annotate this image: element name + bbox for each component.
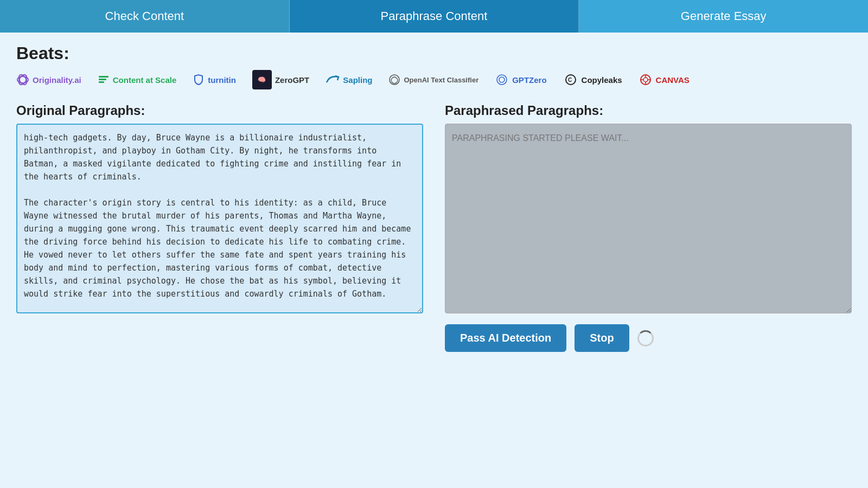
- turnitin-icon: [193, 74, 205, 86]
- canvas-icon: [639, 74, 653, 86]
- nav-check-content[interactable]: Check Content: [0, 0, 290, 33]
- nav-generate-essay[interactable]: Generate Essay: [579, 0, 868, 33]
- paraphrased-area: PARAPHRASING STARTED PLEASE WAIT...: [445, 124, 852, 313]
- columns-layout: Original Paragraphs: high-tech gadgets. …: [16, 103, 852, 352]
- svg-text:C: C: [568, 77, 572, 83]
- paraphrased-column: Paraphrased Paragraphs: PARAPHRASING STA…: [445, 103, 852, 352]
- copyleaks-icon: C: [563, 74, 578, 86]
- svg-point-7: [497, 75, 507, 85]
- gptzero-label: GPTZero: [512, 75, 546, 85]
- sapling-label: Sapling: [343, 75, 372, 85]
- logo-openai[interactable]: OpenAI Text Classifier: [388, 74, 478, 86]
- openai-label: OpenAI Text Classifier: [404, 76, 478, 84]
- svg-rect-5: [99, 81, 104, 83]
- loading-spinner: [637, 330, 654, 346]
- openai-icon: [388, 74, 400, 86]
- logos-row: Originality.ai Content at Scale turnitin: [16, 70, 852, 89]
- logo-canvas[interactable]: CANVAS: [639, 74, 690, 86]
- beats-section: Beats: Originality.ai Content at S: [16, 43, 852, 89]
- turnitin-label: turnitin: [208, 75, 236, 85]
- paraphrased-paragraphs-label: Paraphrased Paragraphs:: [445, 103, 852, 118]
- sapling-icon: [326, 74, 340, 86]
- original-paragraphs-label: Original Paragraphs:: [16, 103, 423, 118]
- top-navigation: Check Content Paraphrase Content Generat…: [0, 0, 868, 33]
- logo-gptzero[interactable]: GPTZero: [495, 74, 546, 86]
- cas-label: Content at Scale: [113, 75, 177, 85]
- canvas-label: CANVAS: [656, 75, 690, 85]
- cas-icon: [98, 74, 110, 86]
- logo-zerogpt[interactable]: 🧠 ZeroGPT: [252, 70, 309, 89]
- copyleaks-label: Copyleaks: [582, 75, 622, 85]
- originality-icon: [16, 73, 29, 86]
- main-content: Beats: Originality.ai Content at S: [0, 33, 868, 363]
- gptzero-icon: [495, 74, 509, 86]
- zerogpt-label: ZeroGPT: [275, 75, 309, 85]
- logo-originality[interactable]: Originality.ai: [16, 73, 81, 86]
- logo-copyleaks[interactable]: C Copyleaks: [563, 74, 622, 86]
- svg-rect-4: [99, 79, 106, 80]
- logo-sapling[interactable]: Sapling: [326, 74, 372, 86]
- original-column: Original Paragraphs: high-tech gadgets. …: [16, 103, 423, 352]
- svg-rect-3: [99, 76, 108, 78]
- buttons-row: Pass AI Detection Stop: [445, 324, 852, 352]
- svg-point-2: [17, 73, 28, 86]
- stop-button[interactable]: Stop: [575, 324, 629, 352]
- beats-title: Beats:: [16, 43, 852, 63]
- svg-point-12: [643, 78, 648, 82]
- svg-point-8: [499, 77, 505, 82]
- logo-cas[interactable]: Content at Scale: [98, 74, 177, 86]
- nav-paraphrase-content[interactable]: Paraphrase Content: [290, 0, 579, 33]
- zerogpt-icon: 🧠: [252, 70, 272, 89]
- pass-ai-detection-button[interactable]: Pass AI Detection: [445, 324, 566, 352]
- originality-label: Originality.ai: [33, 75, 81, 85]
- logo-turnitin[interactable]: turnitin: [193, 74, 236, 86]
- original-paragraphs-textarea[interactable]: high-tech gadgets. By day, Bruce Wayne i…: [16, 124, 423, 313]
- paraphrasing-status: PARAPHRASING STARTED PLEASE WAIT...: [452, 131, 845, 143]
